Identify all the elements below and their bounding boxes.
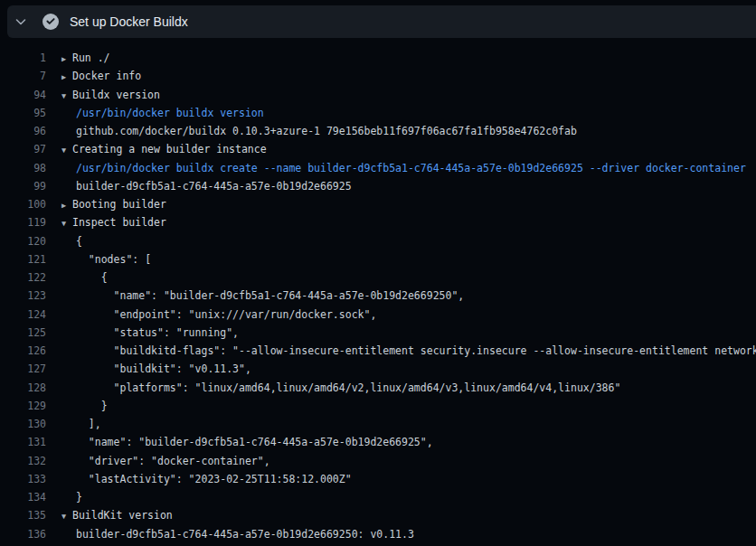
log-group-line[interactable]: 1 ▶Run ./: [0, 49, 756, 67]
log-line-text: "nodes": [: [76, 253, 151, 266]
log-line: 129 }: [0, 397, 756, 415]
log-line: 126 "buildkitd-flags": "--allow-insecure…: [0, 342, 756, 360]
line-number-link[interactable]: 131: [0, 433, 46, 451]
line-number-link[interactable]: 119: [0, 213, 46, 231]
log-line-text: ],: [76, 418, 101, 430]
disclosure-triangle-icon: ▼: [61, 214, 72, 231]
log-line-text: "lastActivity": "2023-02-25T11:58:12.000…: [76, 473, 352, 485]
log-line-text: "name": "builder-d9cfb5a1-c764-445a-a57e…: [76, 436, 433, 448]
line-number-link[interactable]: 96: [0, 122, 46, 140]
line-number-link[interactable]: 127: [0, 360, 46, 378]
log-line: 130 ],: [0, 415, 756, 433]
line-number-link[interactable]: 129: [0, 397, 46, 415]
log-group-line[interactable]: 94 ▼Buildx version: [0, 86, 756, 104]
log-line-text: {: [76, 271, 108, 284]
log-line: 122 {: [0, 268, 756, 287]
line-number-link[interactable]: 125: [0, 324, 46, 342]
line-number-link[interactable]: 132: [0, 452, 46, 470]
line-number-link[interactable]: 123: [0, 287, 46, 305]
log-line: 133 "lastActivity": "2023-02-25T11:58:12…: [0, 470, 756, 488]
line-number-link[interactable]: 1: [0, 49, 46, 67]
log-line-text: Booting builder: [72, 198, 166, 211]
line-number-link[interactable]: 95: [0, 104, 46, 122]
log-line: 134 }: [0, 488, 756, 506]
disclosure-triangle-icon: ▶: [61, 196, 72, 213]
log-line-text: "driver": "docker-container",: [76, 455, 270, 467]
log-line-text: {: [76, 235, 82, 248]
log-line: 127 "buildkit": "v0.11.3",: [0, 360, 756, 378]
line-number-link[interactable]: 135: [0, 506, 46, 524]
step-success-check-icon: [43, 14, 59, 30]
line-number-link[interactable]: 122: [0, 268, 46, 287]
log-line: 131 "name": "builder-d9cfb5a1-c764-445a-…: [0, 433, 756, 451]
line-number-link[interactable]: 94: [0, 86, 46, 104]
log-line-text: builder-d9cfb5a1-c764-445a-a57e-0b19d2e6…: [76, 528, 414, 541]
line-number-link[interactable]: 124: [0, 306, 46, 324]
line-number-link[interactable]: 98: [0, 159, 46, 177]
log-group-line[interactable]: 135 ▼BuildKit version: [0, 506, 756, 524]
log-line-text: builder-d9cfb5a1-c764-445a-a57e-0b19d2e6…: [76, 180, 352, 193]
log-group-line[interactable]: 97 ▼Creating a new builder instance: [0, 140, 756, 158]
log-group-line[interactable]: 119 ▼Inspect builder: [0, 213, 756, 231]
line-number-link[interactable]: 130: [0, 415, 46, 433]
log-line: 123 "name": "builder-d9cfb5a1-c764-445a-…: [0, 287, 756, 305]
log-line: 136 builder-d9cfb5a1-c764-445a-a57e-0b19…: [0, 525, 756, 543]
log-line-text: "buildkit": "v0.11.3",: [76, 362, 251, 375]
line-number-link[interactable]: 7: [0, 67, 46, 85]
step-header[interactable]: Set up Docker Buildx: [7, 5, 756, 38]
log-line-text: Buildx version: [72, 89, 160, 101]
chevron-down-icon[interactable]: [14, 14, 28, 29]
line-number-link[interactable]: 126: [0, 342, 46, 360]
line-number-link[interactable]: 133: [0, 470, 46, 488]
line-number-link[interactable]: 120: [0, 232, 46, 250]
log-line: 128 "platforms": "linux/amd64,linux/amd6…: [0, 379, 756, 397]
log-line: 96 github.com/docker/buildx 0.10.3+azure…: [0, 122, 756, 140]
log-line: 125 "status": "running",: [0, 324, 756, 342]
log-group-line[interactable]: 7 ▶Docker info: [0, 67, 756, 85]
disclosure-triangle-icon: ▶: [61, 68, 72, 85]
log-line-text: /usr/bin/docker buildx version: [76, 107, 264, 119]
log-line-text: github.com/docker/buildx 0.10.3+azure-1 …: [76, 125, 577, 137]
log-line: 98 /usr/bin/docker buildx create --name …: [0, 159, 756, 177]
log-line-text: Docker info: [72, 70, 141, 82]
line-number-link[interactable]: 121: [0, 250, 46, 268]
line-number-link[interactable]: 99: [0, 177, 46, 195]
log-line: 121 "nodes": [: [0, 250, 756, 268]
log-line-text: }: [76, 400, 108, 412]
log-line-text: "status": "running",: [76, 326, 239, 339]
line-number-link[interactable]: 134: [0, 488, 46, 506]
disclosure-triangle-icon: ▶: [61, 50, 72, 67]
log-line-text: Run ./: [72, 52, 110, 64]
log-line: 124 "endpoint": "unix:///var/run/docker.…: [0, 306, 756, 324]
step-title: Set up Docker Buildx: [70, 14, 188, 29]
log-line: 95 /usr/bin/docker buildx version: [0, 104, 756, 122]
log-line-text: "buildkitd-flags": "--allow-insecure-ent…: [76, 344, 756, 357]
line-number-link[interactable]: 97: [0, 140, 46, 158]
log-line-text: Inspect builder: [72, 216, 166, 229]
disclosure-triangle-icon: ▼: [61, 507, 72, 524]
log-line-text: /usr/bin/docker buildx create --name bui…: [76, 162, 746, 174]
log-lines: 1 ▶Run ./ 7 ▶Docker info 94 ▼Buildx vers…: [0, 38, 756, 543]
log-line-text: "platforms": "linux/amd64,linux/amd64/v2…: [76, 381, 620, 394]
disclosure-triangle-icon: ▼: [61, 141, 72, 158]
line-number-link[interactable]: 128: [0, 379, 46, 397]
log-line: 99 builder-d9cfb5a1-c764-445a-a57e-0b19d…: [0, 177, 756, 195]
log-line-text: BuildKit version: [72, 509, 173, 522]
log-group-line[interactable]: 100 ▶Booting builder: [0, 195, 756, 213]
line-number-link[interactable]: 100: [0, 195, 46, 213]
log-line: 132 "driver": "docker-container",: [0, 452, 756, 470]
log-line-text: Creating a new builder instance: [72, 143, 267, 155]
line-number-link[interactable]: 136: [0, 525, 46, 543]
log-line-text: }: [76, 491, 82, 504]
log-line-text: "name": "builder-d9cfb5a1-c764-445a-a57e…: [76, 289, 464, 302]
disclosure-triangle-icon: ▼: [61, 87, 72, 104]
log-line: 120 {: [0, 232, 756, 250]
log-line-text: "endpoint": "unix:///var/run/docker.sock…: [76, 308, 376, 321]
